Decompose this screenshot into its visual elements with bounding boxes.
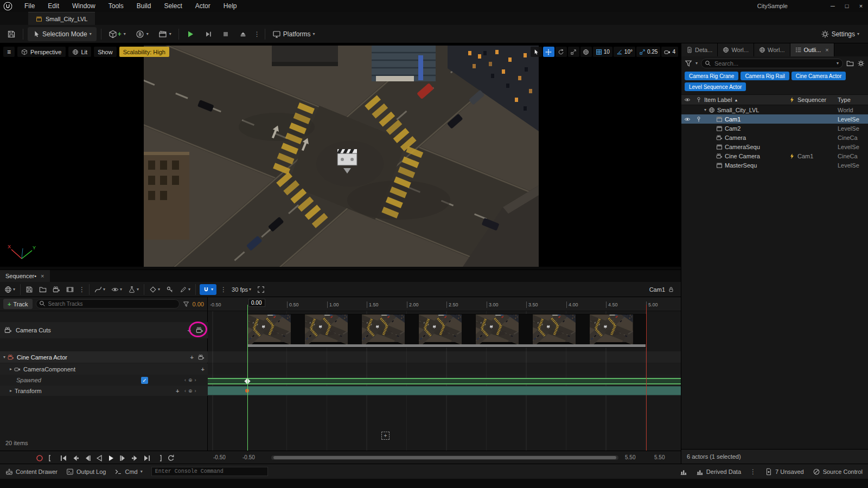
visibility-column-eye-icon[interactable] (684, 97, 691, 103)
work-range-start[interactable]: -0.50 (242, 454, 255, 460)
add-key-icon[interactable]: ⊕ (188, 388, 193, 394)
create-camera-button[interactable] (52, 284, 61, 296)
camera-binding-indicator[interactable]: Cam1 (649, 286, 678, 293)
keyframe-options-dropdown[interactable]: ▾ (148, 284, 161, 296)
column-type[interactable]: Type (838, 97, 868, 103)
curve-editor-dropdown[interactable]: ▾ (93, 284, 106, 296)
select-tool-button[interactable] (531, 47, 542, 57)
scalability-badge[interactable]: Scalability: High (119, 47, 169, 57)
perspective-dropdown[interactable]: Perspective (17, 47, 65, 57)
collapse-icon[interactable]: ▸ (10, 389, 12, 393)
add-actor-button[interactable]: + ▾ (106, 27, 129, 41)
stats-chart-icon[interactable] (680, 468, 687, 476)
collapse-icon[interactable]: ▸ (10, 367, 12, 371)
settings-dropdown[interactable]: Settings ▾ (821, 30, 864, 38)
column-sequencer[interactable]: Sequencer (789, 97, 838, 103)
key-navigation[interactable]: ‹ ⊕ › (184, 377, 196, 383)
menu-file[interactable]: File (24, 2, 35, 10)
time-ruler[interactable]: -0.50 0.50 1.00 1.50 2.00 2.50 3.00 3.50… (208, 297, 681, 311)
step-forward-button[interactable] (117, 453, 127, 463)
transform-track-bar[interactable] (208, 386, 681, 395)
derived-data-button[interactable]: Derived Data (696, 468, 741, 476)
outliner-row-cine-camera[interactable]: Cine Camera Cam1 CineCa (681, 151, 868, 160)
platforms-dropdown[interactable]: Platforms ▾ (270, 27, 318, 41)
section-grip-bar[interactable] (248, 344, 646, 347)
current-time-display[interactable]: 0.00 (193, 301, 204, 307)
outliner-settings-gear-icon[interactable] (857, 60, 865, 67)
viewport-menu-button[interactable]: ≡ (3, 47, 15, 57)
scale-snap-control[interactable]: 0.25 (636, 47, 660, 57)
skip-to-frame-button[interactable] (202, 27, 215, 41)
tab-outliner[interactable]: Outli... × (790, 43, 834, 56)
record-button[interactable] (34, 453, 44, 463)
track-row-camera-component[interactable]: ▸ CameraComponent + (0, 363, 208, 375)
sequencer-save-button[interactable] (24, 284, 34, 296)
pin-column-icon[interactable] (695, 97, 702, 103)
chevron-down-icon[interactable]: ▾ (837, 61, 839, 66)
filter-funnel-icon[interactable] (685, 60, 692, 67)
sequencer-timeline[interactable]: -0.50 0.50 1.00 1.50 2.00 2.50 3.00 3.50… (208, 297, 681, 451)
track-search-input[interactable] (36, 299, 180, 309)
grid-snap-control[interactable]: 10 (593, 47, 612, 57)
track-row-transform[interactable]: ▸ Transform + ‹ ⊕ › (0, 386, 208, 396)
snap-toggle-button[interactable]: ▾ (200, 284, 216, 295)
eye-icon[interactable] (684, 116, 691, 123)
add-section-icon[interactable]: + (201, 366, 205, 373)
render-movie-button[interactable] (65, 284, 75, 296)
chevron-down-icon[interactable]: ▾ (695, 61, 698, 66)
track-row-cine-camera-actor[interactable]: ▾ Cine Camera Actor + (0, 351, 208, 363)
add-track-button[interactable]: + Track (3, 299, 33, 309)
camera-cuts-section[interactable] (247, 314, 646, 348)
jump-to-end-button[interactable] (141, 453, 151, 463)
timeline-scrollbar-track[interactable] (271, 455, 618, 460)
outliner-row-cam2[interactable]: Cam2 LevelSe (681, 124, 868, 133)
add-item-icon[interactable] (846, 60, 854, 67)
outliner-row-camerasequ[interactable]: CameraSequ LevelSe (681, 142, 868, 151)
outliner-search-input[interactable] (701, 59, 843, 68)
show-dropdown[interactable]: Show (94, 47, 117, 57)
derived-data-dots[interactable]: ⋮ (750, 468, 756, 476)
output-log-button[interactable]: Output Log (66, 468, 106, 476)
console-command-input[interactable] (151, 467, 268, 476)
column-item-label[interactable]: Item Label ▲ (704, 97, 789, 103)
prev-key-icon[interactable]: ‹ (184, 388, 186, 394)
jump-to-start-button[interactable] (58, 453, 68, 463)
chip-camera-rig-crane[interactable]: Camera Rig Crane (685, 72, 738, 80)
view-range-start[interactable]: -0.50 (213, 454, 226, 460)
save-button[interactable] (4, 27, 18, 41)
menu-edit[interactable]: Edit (48, 2, 59, 10)
menu-help[interactable]: Help (224, 2, 237, 10)
tab-details[interactable]: Deta... (681, 43, 718, 56)
close-tab-icon[interactable]: × (41, 273, 44, 279)
play-reverse-button[interactable] (93, 453, 104, 463)
auto-key-button[interactable] (165, 284, 175, 296)
scale-tool-button[interactable] (568, 47, 579, 57)
chip-camera-rig-rail[interactable]: Camera Rig Rail (741, 72, 789, 80)
chip-level-sequence-actor[interactable]: Level Sequence Actor (685, 82, 746, 91)
tab-world-partition[interactable]: Worl... (754, 43, 790, 56)
spawned-checkbox[interactable]: ✓ (141, 377, 148, 384)
close-tab-icon[interactable]: × (825, 47, 828, 53)
timeline-scrollbar-thumb[interactable] (273, 456, 616, 459)
expand-icon[interactable]: ▾ (3, 355, 5, 359)
playback-options-dropdown[interactable]: ▾ (127, 284, 140, 296)
rotate-tool-button[interactable] (556, 47, 567, 57)
viewport[interactable]: ≡ Perspective Lit Show Scalability: High (0, 43, 681, 267)
zoom-to-fit-button[interactable] (256, 284, 266, 296)
range-end-line[interactable] (646, 305, 647, 451)
play-forward-button[interactable] (105, 453, 116, 463)
menu-actor[interactable]: Actor (195, 2, 210, 10)
set-end-button[interactable] (153, 453, 163, 463)
view-range-end[interactable]: 5.50 (654, 454, 665, 460)
spawned-track-bar[interactable] (208, 378, 681, 384)
source-control-button[interactable]: Source Control (813, 468, 863, 476)
menu-build[interactable]: Build (137, 2, 151, 10)
prev-key-icon[interactable]: ‹ (184, 377, 186, 383)
outliner-row-cam1[interactable]: Cam1 LevelSe (681, 114, 868, 124)
outliner-row-world[interactable]: ▾ Small_City_LVL World (681, 105, 868, 114)
expand-icon[interactable]: ▾ (704, 108, 706, 112)
toolbar-overflow-dots[interactable]: ⋮ (79, 286, 85, 293)
set-start-button[interactable] (46, 453, 56, 463)
world-local-toggle[interactable] (580, 47, 592, 57)
edit-options-dropdown[interactable]: ▾ (178, 284, 192, 296)
